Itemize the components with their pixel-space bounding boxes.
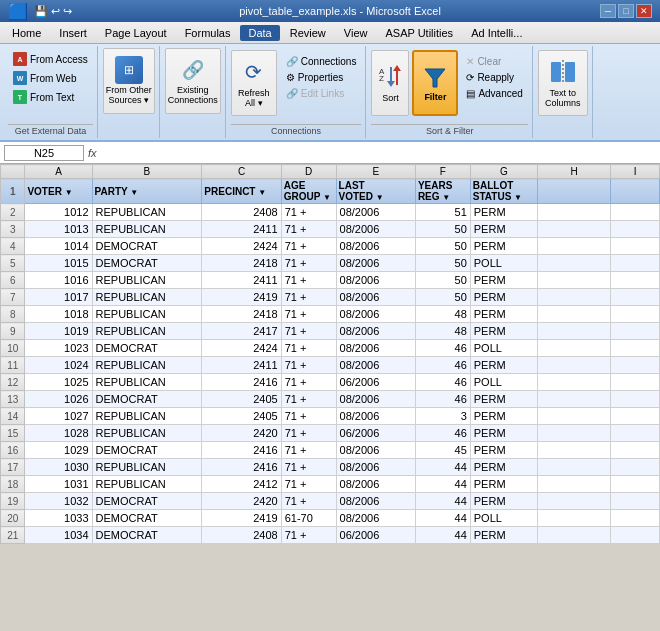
select-all-cell[interactable]: [1, 165, 25, 179]
precinct-cell[interactable]: 2416: [202, 459, 281, 476]
status-cell[interactable]: PERM: [470, 238, 537, 255]
party-cell[interactable]: REPUBLICAN: [92, 204, 202, 221]
years-cell[interactable]: 50: [415, 289, 470, 306]
years-cell[interactable]: 44: [415, 493, 470, 510]
precinct-cell[interactable]: 2420: [202, 425, 281, 442]
age-cell[interactable]: 71 +: [281, 442, 336, 459]
from-web-button[interactable]: W From Web: [8, 69, 93, 87]
voted-cell[interactable]: 08/2006: [336, 408, 415, 425]
voter-cell[interactable]: 1015: [25, 255, 92, 272]
age-cell[interactable]: 71 +: [281, 459, 336, 476]
years-cell[interactable]: 46: [415, 425, 470, 442]
age-cell[interactable]: 61-70: [281, 510, 336, 527]
status-cell[interactable]: PERM: [470, 272, 537, 289]
age-cell[interactable]: 71 +: [281, 323, 336, 340]
col-f-header[interactable]: F: [415, 165, 470, 179]
col-g-header[interactable]: G: [470, 165, 537, 179]
party-cell[interactable]: REPUBLICAN: [92, 374, 202, 391]
voter-cell[interactable]: 1026: [25, 391, 92, 408]
years-cell[interactable]: 50: [415, 221, 470, 238]
party-cell[interactable]: REPUBLICAN: [92, 323, 202, 340]
party-cell[interactable]: REPUBLICAN: [92, 306, 202, 323]
party-cell[interactable]: REPUBLICAN: [92, 408, 202, 425]
voter-cell[interactable]: 1027: [25, 408, 92, 425]
years-cell[interactable]: 3: [415, 408, 470, 425]
voter-cell[interactable]: 1029: [25, 442, 92, 459]
years-cell[interactable]: 44: [415, 527, 470, 544]
precinct-cell[interactable]: 2418: [202, 306, 281, 323]
precinct-cell[interactable]: 2416: [202, 442, 281, 459]
party-cell[interactable]: DEMOCRAT: [92, 510, 202, 527]
quick-access-save[interactable]: 💾: [34, 5, 48, 18]
voter-cell[interactable]: 1019: [25, 323, 92, 340]
party-cell[interactable]: DEMOCRAT: [92, 255, 202, 272]
menu-view[interactable]: View: [336, 25, 376, 41]
precinct-cell[interactable]: 2411: [202, 357, 281, 374]
col-i-header[interactable]: I: [611, 165, 660, 179]
voter-cell[interactable]: 1031: [25, 476, 92, 493]
party-cell[interactable]: REPUBLICAN: [92, 459, 202, 476]
precinct-cell[interactable]: 2419: [202, 289, 281, 306]
from-other-sources-button[interactable]: ⊞ From OtherSources ▾: [103, 48, 155, 114]
party-cell[interactable]: DEMOCRAT: [92, 340, 202, 357]
age-cell[interactable]: 71 +: [281, 408, 336, 425]
voted-cell[interactable]: 06/2006: [336, 527, 415, 544]
col-a-header[interactable]: A: [25, 165, 92, 179]
voter-cell[interactable]: 1017: [25, 289, 92, 306]
voted-cell[interactable]: 08/2006: [336, 204, 415, 221]
precinct-cell[interactable]: 2411: [202, 272, 281, 289]
connections-button[interactable]: 🔗 Connections: [281, 54, 362, 69]
voter-cell[interactable]: 1014: [25, 238, 92, 255]
voted-cell[interactable]: 08/2006: [336, 493, 415, 510]
voter-cell[interactable]: 1030: [25, 459, 92, 476]
party-cell[interactable]: DEMOCRAT: [92, 391, 202, 408]
col-b-header[interactable]: B: [92, 165, 202, 179]
status-cell[interactable]: PERM: [470, 204, 537, 221]
party-header[interactable]: PARTY ▼: [92, 179, 202, 204]
precinct-cell[interactable]: 2411: [202, 221, 281, 238]
status-cell[interactable]: PERM: [470, 459, 537, 476]
precinct-header[interactable]: PRECINCT ▼: [202, 179, 281, 204]
col-e-header[interactable]: E: [336, 165, 415, 179]
voter-cell[interactable]: 1028: [25, 425, 92, 442]
age-cell[interactable]: 71 +: [281, 357, 336, 374]
menu-insert[interactable]: Insert: [51, 25, 95, 41]
maximize-button[interactable]: □: [618, 4, 634, 18]
from-text-button[interactable]: T From Text: [8, 88, 93, 106]
years-cell[interactable]: 44: [415, 459, 470, 476]
voted-cell[interactable]: 08/2006: [336, 272, 415, 289]
menu-page-layout[interactable]: Page Layout: [97, 25, 175, 41]
formula-input[interactable]: [101, 147, 656, 159]
voted-cell[interactable]: 08/2006: [336, 323, 415, 340]
voted-cell[interactable]: 08/2006: [336, 340, 415, 357]
col-d-header[interactable]: D: [281, 165, 336, 179]
years-filter-arrow[interactable]: ▼: [442, 193, 450, 202]
party-filter-arrow[interactable]: ▼: [130, 188, 138, 197]
menu-asap[interactable]: ASAP Utilities: [377, 25, 461, 41]
precinct-cell[interactable]: 2405: [202, 408, 281, 425]
voter-cell[interactable]: 1018: [25, 306, 92, 323]
status-cell[interactable]: PERM: [470, 357, 537, 374]
party-cell[interactable]: REPUBLICAN: [92, 272, 202, 289]
age-filter-arrow[interactable]: ▼: [323, 193, 331, 202]
menu-data[interactable]: Data: [240, 25, 279, 41]
status-cell[interactable]: POLL: [470, 374, 537, 391]
menu-formulas[interactable]: Formulas: [177, 25, 239, 41]
voter-cell[interactable]: 1012: [25, 204, 92, 221]
voted-cell[interactable]: 08/2006: [336, 442, 415, 459]
status-cell[interactable]: PERM: [470, 323, 537, 340]
precinct-cell[interactable]: 2424: [202, 340, 281, 357]
precinct-cell[interactable]: 2408: [202, 527, 281, 544]
years-cell[interactable]: 44: [415, 476, 470, 493]
years-cell[interactable]: 48: [415, 323, 470, 340]
party-cell[interactable]: REPUBLICAN: [92, 221, 202, 238]
menu-home[interactable]: Home: [4, 25, 49, 41]
status-cell[interactable]: PERM: [470, 221, 537, 238]
voter-cell[interactable]: 1023: [25, 340, 92, 357]
age-cell[interactable]: 71 +: [281, 204, 336, 221]
reapply-button[interactable]: ⟳ Reapply: [461, 70, 527, 85]
voted-header[interactable]: LASTVOTED ▼: [336, 179, 415, 204]
voted-cell[interactable]: 08/2006: [336, 306, 415, 323]
voted-cell[interactable]: 08/2006: [336, 238, 415, 255]
precinct-cell[interactable]: 2408: [202, 204, 281, 221]
